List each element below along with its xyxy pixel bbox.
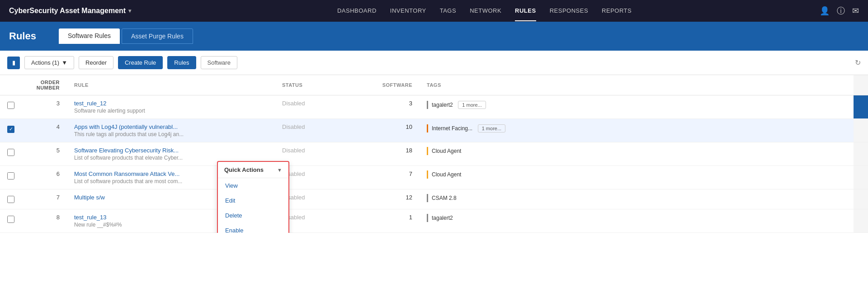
mail-icon[interactable]: ✉ bbox=[852, 6, 859, 16]
tag-badge: Cloud Agent bbox=[427, 170, 465, 179]
scroll-cell bbox=[854, 189, 868, 209]
nav-rules[interactable]: RULES bbox=[515, 1, 536, 21]
scroll-cell bbox=[854, 142, 868, 166]
quick-action-delete[interactable]: Delete bbox=[218, 208, 288, 223]
cell-software: 12 bbox=[365, 189, 420, 209]
software-toggle-button[interactable]: Software bbox=[201, 56, 237, 69]
quick-actions-title: Quick Actions bbox=[224, 166, 264, 173]
cell-tags: CSAM 2.8 bbox=[420, 189, 854, 209]
row-checkbox[interactable] bbox=[7, 102, 14, 109]
cell-order: 7 bbox=[22, 189, 67, 209]
table-container: ORDER NUMBER RULE STATUS SOFTWARE TAGS 3… bbox=[0, 75, 868, 233]
rule-desc: This rule tags all products that use Log… bbox=[74, 131, 268, 137]
quick-action-edit[interactable]: Edit bbox=[218, 193, 288, 208]
col-header-order: ORDER NUMBER bbox=[22, 75, 67, 95]
cell-status: Disabled bbox=[275, 119, 365, 142]
cell-tags: tagalert2 1 more... bbox=[420, 95, 854, 119]
nav-inventory[interactable]: INVENTORY bbox=[390, 1, 426, 21]
top-nav: CyberSecurity Asset Management ▾ DASHBOA… bbox=[0, 0, 868, 22]
cell-order: 3 bbox=[22, 95, 67, 119]
cell-software: 3 bbox=[365, 95, 420, 119]
row-checkbox[interactable] bbox=[7, 196, 14, 203]
col-header-status: STATUS bbox=[275, 75, 365, 95]
rule-name[interactable]: test_rule_12 bbox=[74, 100, 268, 107]
tab-software-rules[interactable]: Software Rules bbox=[59, 28, 120, 44]
more-tags-button[interactable]: 1 more... bbox=[478, 124, 505, 132]
tag-badge: tagalert2 bbox=[427, 101, 457, 109]
cell-status: Disabled bbox=[275, 95, 365, 119]
reorder-button[interactable]: Reorder bbox=[79, 56, 113, 69]
rule-desc: List of software products that elevate C… bbox=[74, 155, 268, 161]
col-header-rule: RULE bbox=[67, 75, 275, 95]
actions-button[interactable]: Actions (1) ▼ bbox=[24, 56, 74, 69]
cell-rule: Apps with Log4J (potentially vulnerabl..… bbox=[67, 119, 275, 142]
rules-table: ORDER NUMBER RULE STATUS SOFTWARE TAGS 3… bbox=[0, 75, 868, 233]
tag-badge: Cloud Agent bbox=[427, 147, 465, 155]
table-row[interactable]: 7 Multiple s/w Disabled12 CSAM 2.8 bbox=[0, 189, 868, 209]
page-title: Rules bbox=[9, 30, 45, 42]
cell-software: 18 bbox=[365, 142, 420, 166]
cell-software: 10 bbox=[365, 119, 420, 142]
cell-tags: tagalert2 bbox=[420, 209, 854, 233]
row-checkbox[interactable] bbox=[7, 149, 14, 156]
tag-badge: tagalert2 bbox=[427, 214, 457, 222]
tab-asset-purge-rules[interactable]: Asset Purge Rules bbox=[122, 28, 193, 44]
nav-reports[interactable]: REPORTS bbox=[602, 1, 632, 21]
nav-links: DASHBOARD INVENTORY TAGS NETWORK RULES R… bbox=[149, 1, 820, 21]
row-checkbox[interactable] bbox=[7, 172, 14, 180]
toolbar: ▮ Actions (1) ▼ Reorder Create Rule Rule… bbox=[0, 51, 868, 75]
refresh-icon[interactable]: ↻ bbox=[855, 58, 861, 67]
create-rule-button[interactable]: Create Rule bbox=[118, 56, 163, 69]
quick-actions-header: Quick Actions ▼ bbox=[218, 162, 288, 178]
cell-order: 5 bbox=[22, 142, 67, 166]
actions-chevron: ▼ bbox=[61, 59, 67, 66]
nav-icons: 👤 ⓘ ✉ bbox=[820, 5, 859, 16]
tag-badge: Internet Facing... bbox=[427, 124, 476, 132]
user-icon[interactable]: 👤 bbox=[820, 6, 830, 16]
table-row[interactable]: 6 Most Common Ransomware Attack Ve... Li… bbox=[0, 166, 868, 189]
row-checkbox[interactable] bbox=[7, 216, 14, 223]
quick-action-enable[interactable]: Enable bbox=[218, 223, 288, 233]
more-tags-button[interactable]: 1 more... bbox=[458, 101, 486, 109]
quick-action-view[interactable]: View bbox=[218, 178, 288, 193]
cell-order: 8 bbox=[22, 209, 67, 233]
page-header: Rules Software Rules Asset Purge Rules bbox=[0, 22, 868, 51]
nav-dashboard[interactable]: DASHBOARD bbox=[337, 1, 377, 21]
page-tabs: Software Rules Asset Purge Rules bbox=[59, 28, 193, 44]
rule-desc: Software rule alerting support bbox=[74, 108, 268, 114]
cell-tags: Internet Facing... 1 more... bbox=[420, 119, 854, 142]
cell-order: 6 bbox=[22, 166, 67, 189]
table-row[interactable]: 3 test_rule_12 Software rule alerting su… bbox=[0, 95, 868, 119]
brand[interactable]: CyberSecurity Asset Management ▾ bbox=[9, 7, 131, 15]
nav-responses[interactable]: RESPONSES bbox=[550, 1, 588, 21]
cell-software: 1 bbox=[365, 209, 420, 233]
scroll-cell bbox=[854, 119, 868, 142]
nav-network[interactable]: NETWORK bbox=[470, 1, 501, 21]
scroll-cell bbox=[854, 95, 868, 119]
select-all-checkbox[interactable]: ▮ bbox=[7, 57, 20, 69]
actions-label: Actions (1) bbox=[31, 59, 59, 66]
col-header-tags: TAGS bbox=[420, 75, 854, 95]
scroll-cell bbox=[854, 166, 868, 189]
rule-name[interactable]: Software Elevating Cybersecurity Risk... bbox=[74, 147, 268, 154]
brand-chevron: ▾ bbox=[128, 8, 131, 14]
quick-actions-dropdown: Quick Actions ▼ View Edit Delete Enable … bbox=[217, 161, 289, 233]
col-header-software: SOFTWARE bbox=[365, 75, 420, 95]
cell-order: 4 bbox=[22, 119, 67, 142]
cell-rule: test_rule_12 Software rule alerting supp… bbox=[67, 95, 275, 119]
table-row[interactable]: ✓4 Apps with Log4J (potentially vulnerab… bbox=[0, 119, 868, 142]
help-icon[interactable]: ⓘ bbox=[837, 5, 845, 16]
cell-tags: Cloud Agent bbox=[420, 166, 854, 189]
quick-actions-chevron: ▼ bbox=[277, 167, 282, 173]
rule-name[interactable]: Apps with Log4J (potentially vulnerabl..… bbox=[74, 123, 268, 130]
rules-toggle-button[interactable]: Rules bbox=[167, 56, 196, 69]
brand-name: CyberSecurity Asset Management bbox=[9, 7, 126, 15]
table-row[interactable]: 8 test_rule_13 New rule __#$%#% Disabled… bbox=[0, 209, 868, 233]
cell-tags: Cloud Agent bbox=[420, 142, 854, 166]
cell-software: 7 bbox=[365, 166, 420, 189]
row-checkbox[interactable]: ✓ bbox=[7, 126, 14, 133]
scroll-cell bbox=[854, 209, 868, 233]
nav-tags[interactable]: TAGS bbox=[440, 1, 456, 21]
tag-badge: CSAM 2.8 bbox=[427, 194, 460, 202]
table-row[interactable]: 5 Software Elevating Cybersecurity Risk.… bbox=[0, 142, 868, 166]
